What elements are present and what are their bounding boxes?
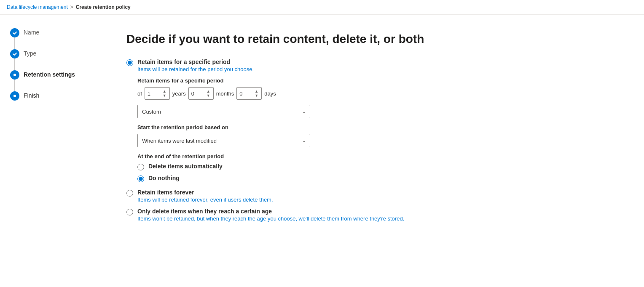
- days-label: days: [264, 90, 276, 97]
- retain-forever-label: Retain items forever: [137, 189, 273, 196]
- days-spin-up[interactable]: ▲: [254, 89, 259, 94]
- step-name-label: Name: [24, 28, 39, 36]
- retain-forever-desc: Items will be retained forever, even if …: [137, 197, 273, 203]
- months-spinners: ▲ ▼: [206, 89, 211, 98]
- months-spin-down[interactable]: ▼: [206, 93, 211, 98]
- step-retention-label: Retention settings: [24, 70, 75, 78]
- step-retention-settings[interactable]: Retention settings: [10, 70, 101, 91]
- custom-dropdown-wrap: Custom 1 year 5 years 7 years 10 years ⌄: [137, 105, 310, 118]
- step-name[interactable]: Name: [10, 28, 101, 49]
- months-spin-up[interactable]: ▲: [206, 89, 211, 94]
- delete-automatically-input[interactable]: [137, 164, 144, 170]
- retain-forever-option-content: Retain items forever Items will be retai…: [137, 189, 273, 203]
- retain-specific-period-desc: Items will be retained for the period yo…: [137, 66, 254, 72]
- years-spinners: ▲ ▼: [162, 89, 167, 98]
- end-of-retention-label: At the end of the retention period: [137, 153, 619, 159]
- retain-period-title: Retain items for a specific period: [137, 77, 619, 84]
- custom-dropdown[interactable]: Custom 1 year 5 years 7 years 10 years: [137, 105, 310, 118]
- step-type[interactable]: Type: [10, 49, 101, 70]
- retention-start-dropdown[interactable]: When items were last modified When items…: [137, 134, 310, 147]
- content-area: Decide if you want to retain content, de…: [101, 15, 644, 286]
- do-nothing-label: Do nothing: [148, 175, 180, 181]
- step-finish-connector: [10, 91, 19, 101]
- years-spin-up[interactable]: ▲: [162, 89, 167, 94]
- step-name-line: [14, 37, 15, 49]
- days-input-wrap: ▲ ▼: [236, 87, 262, 100]
- breadcrumb-separator: >: [70, 4, 73, 10]
- years-spin-down[interactable]: ▼: [162, 93, 167, 98]
- step-retention-line: [14, 80, 15, 91]
- only-delete-input[interactable]: [126, 209, 133, 215]
- step-type-line: [14, 58, 15, 70]
- retain-forever-input[interactable]: [126, 190, 133, 197]
- step-finish-circle: [10, 91, 19, 101]
- retain-forever-radio[interactable]: Retain items forever Items will be retai…: [126, 189, 619, 203]
- period-row: of ▲ ▼ years ▲ ▼ months: [137, 87, 619, 100]
- step-retention-circle: [10, 70, 19, 80]
- step-finish-label: Finish: [24, 91, 39, 99]
- main-layout: Name Type Retention settings: [0, 15, 644, 286]
- svg-point-1: [13, 95, 16, 97]
- breadcrumb-parent-link[interactable]: Data lifecycle management: [7, 4, 68, 10]
- only-delete-label: Only delete items when they reach a cert…: [137, 208, 404, 215]
- svg-point-0: [13, 74, 16, 76]
- retain-specific-period-option-content: Retain items for a specific period Items…: [137, 58, 254, 72]
- retain-specific-period-label: Retain items for a specific period: [137, 58, 254, 65]
- retain-period-section: Retain items for a specific period of ▲ …: [137, 77, 619, 182]
- days-spin-down[interactable]: ▼: [254, 93, 259, 98]
- sidebar-steps: Name Type Retention settings: [0, 15, 101, 286]
- months-input[interactable]: [191, 90, 205, 97]
- delete-automatically-label: Delete items automatically: [148, 163, 223, 170]
- step-type-circle: [10, 49, 19, 58]
- retain-specific-period-input[interactable]: [126, 59, 133, 66]
- step-name-circle: [10, 28, 19, 37]
- step-type-connector: [10, 49, 19, 70]
- only-delete-option-content: Only delete items when they reach a cert…: [137, 208, 404, 222]
- days-input[interactable]: [239, 90, 253, 97]
- years-label: years: [172, 90, 186, 97]
- page-title: Decide if you want to retain content, de…: [126, 32, 619, 47]
- step-finish[interactable]: Finish: [10, 91, 101, 101]
- breadcrumb: Data lifecycle management > Create reten…: [0, 0, 644, 15]
- step-type-label: Type: [24, 49, 36, 57]
- breadcrumb-current: Create retention policy: [76, 4, 131, 10]
- years-input[interactable]: [148, 90, 161, 97]
- retain-specific-period-radio[interactable]: Retain items for a specific period Items…: [126, 58, 619, 72]
- months-input-wrap: ▲ ▼: [188, 87, 214, 100]
- do-nothing-input[interactable]: [137, 175, 144, 182]
- only-delete-radio[interactable]: Only delete items when they reach a cert…: [126, 208, 619, 222]
- years-input-wrap: ▲ ▼: [145, 87, 170, 100]
- retention-start-label: Start the retention period based on: [137, 124, 619, 130]
- of-label: of: [137, 90, 142, 97]
- step-name-connector: [10, 28, 19, 49]
- do-nothing-radio[interactable]: Do nothing: [137, 175, 619, 182]
- days-spinners: ▲ ▼: [254, 89, 259, 98]
- months-label: months: [216, 90, 234, 97]
- only-delete-desc: Items won't be retained, but when they r…: [137, 215, 404, 222]
- delete-automatically-radio[interactable]: Delete items automatically: [137, 163, 619, 170]
- step-retention-connector: [10, 70, 19, 91]
- retention-start-dropdown-wrap: When items were last modified When items…: [137, 134, 310, 147]
